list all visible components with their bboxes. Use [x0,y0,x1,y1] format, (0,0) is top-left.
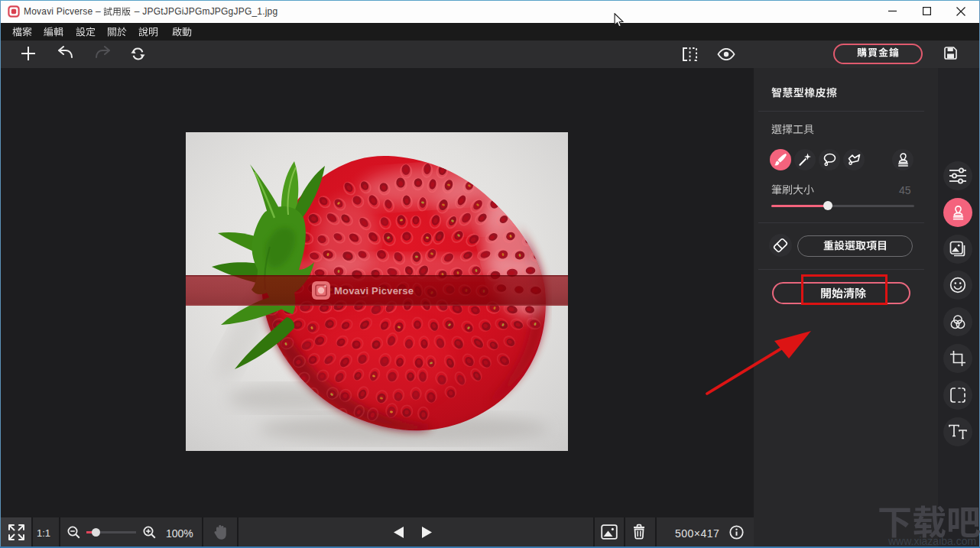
svg-text:Movavi Picverse: Movavi Picverse [334,285,414,297]
